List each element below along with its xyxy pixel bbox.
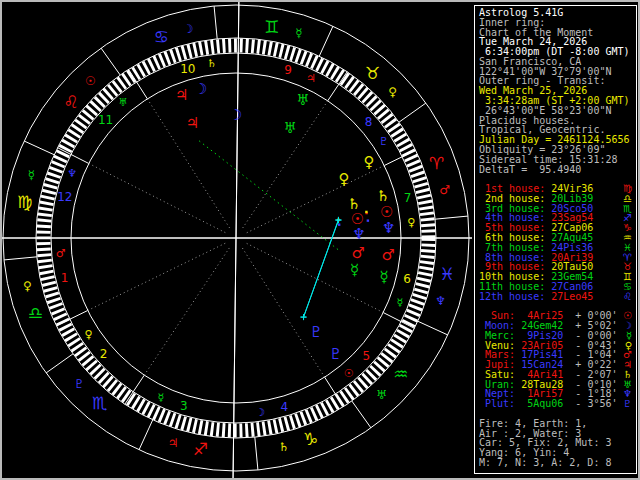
- house-ruler-glyph-11: ♅: [118, 96, 128, 109]
- outer-planet-degree-dot-saturn: [365, 211, 367, 213]
- sign-ruler-glyph-capricorn: ♄: [278, 440, 289, 454]
- inner-planet-glyph-saturn: ♄: [347, 195, 360, 213]
- outer-planet-glyph-mars: ♂: [381, 246, 394, 264]
- outer-planet-glyph-uranus: ♅: [296, 91, 309, 109]
- sign-boundary: [46, 354, 73, 373]
- house-number-10: 10: [180, 62, 195, 76]
- sign-ruler-glyph-virgo: ☿: [28, 168, 35, 182]
- sign-boundary: [4, 257, 37, 260]
- house-cusp-dotted: [88, 243, 225, 310]
- sign-glyph-cancer: ♋: [154, 27, 169, 47]
- panel-row: 12th house: 27Leo45♌: [479, 292, 633, 302]
- info-panel-rows: Astrolog 5.41GInner ring:Chart of the Mo…: [479, 8, 633, 468]
- inner-planet-glyph-uranus: ♅: [283, 119, 296, 137]
- sign-boundary: [214, 6, 217, 39]
- sign-boundary: [139, 420, 153, 450]
- house-number-4: 4: [280, 400, 288, 414]
- house-number-5: 5: [363, 349, 371, 363]
- inner-planet-glyph-pluto: ♇: [309, 323, 322, 341]
- house-ruler-glyph-2: ♀: [85, 328, 93, 341]
- axis-cusp-line: [233, 0, 239, 480]
- sign-glyph-capricorn: ♑: [303, 429, 318, 449]
- chart-wheel: ♈♂♉♀♊☿♋☽♌☉♍☿♎♀♏♇♐♃♑♄♒♅♓♆1♂2♀3☿4☽5☉6☿7♀8♇…: [0, 0, 472, 480]
- sign-boundary: [418, 321, 448, 335]
- panel-row: Plut: 5Aqu06 - 3°56'♇: [479, 399, 633, 409]
- house-cusp-dotted: [144, 248, 229, 375]
- sign-boundary: [399, 103, 426, 122]
- panel-glyph: ♌: [623, 292, 633, 302]
- sign-ruler-glyph-cancer: ☽: [183, 22, 194, 36]
- house-cusp-segment: [125, 375, 144, 404]
- sign-ruler-glyph-leo: ☉: [85, 74, 96, 88]
- house-cusp-dotted: [242, 248, 324, 377]
- sign-boundary: [352, 401, 371, 428]
- panel-text: 5Aqu06: [521, 398, 563, 409]
- sign-ruler-glyph-libra: ♀: [23, 279, 32, 293]
- panel-row: DeltaT = 95.4940: [479, 165, 633, 175]
- sign-glyph-aquarius: ♒: [393, 364, 408, 384]
- outer-planet-glyph-moon: ☽: [194, 80, 207, 98]
- sign-ruler-glyph-pisces: ♆: [435, 294, 446, 308]
- house-number-11: 11: [98, 113, 113, 127]
- outer-planet-glyph-saturn: ♄: [376, 187, 389, 205]
- aspect-line-sun-pluto: [304, 220, 339, 317]
- sign-glyph-leo: ♌: [63, 92, 78, 112]
- sign-boundary: [435, 216, 468, 219]
- inner-planet-glyph-venus: ♀: [339, 170, 350, 188]
- house-number-12: 12: [57, 190, 72, 204]
- house-ruler-glyph-5: ☉: [344, 367, 354, 380]
- house-cusp-segment: [328, 72, 347, 101]
- panel-text: 27Leo45: [551, 291, 593, 302]
- sign-glyph-libra: ♎: [28, 303, 43, 323]
- panel-glyph: ♇: [623, 399, 633, 409]
- sign-glyph-virgo: ♍: [17, 192, 32, 212]
- house-cusp-dotted: [89, 163, 226, 232]
- house-ruler-glyph-6: ☿: [396, 296, 403, 309]
- outer-planet-glyph-neptune: ♆: [382, 219, 395, 237]
- aspect-line-jupiter-mars: [199, 141, 339, 251]
- sign-ruler-glyph-scorpio: ♇: [74, 377, 85, 391]
- outer-planet-glyph-mercury: ☿: [379, 268, 388, 286]
- sign-ruler-glyph-aries: ♂: [439, 183, 450, 197]
- house-ruler-glyph-9: ♃: [306, 72, 316, 85]
- inner-planet-glyph-jupiter: ♃: [186, 114, 199, 132]
- outer-planet-glyph-venus: ♀: [363, 153, 374, 171]
- outer-planet-glyph-pluto: ♇: [329, 345, 342, 363]
- house-number-2: 2: [100, 347, 108, 361]
- sign-boundary: [101, 48, 120, 75]
- astrolog-window: ♈♂♉♀♊☿♋☽♌☉♍☿♎♀♏♇♐♃♑♄♒♅♓♆1♂2♀3☿4☽5☉6☿7♀8♇…: [0, 0, 640, 480]
- house-ruler-glyph-3: ☿: [158, 391, 165, 404]
- inner-planet-glyph-moon: ☽: [229, 106, 242, 124]
- house-ruler-glyph-1: ♂: [56, 247, 66, 260]
- house-number-1: 1: [61, 271, 69, 285]
- inner-planet-glyph-mars: ♂: [351, 244, 364, 262]
- panel-text: M: 7, N: 3, A: 2, D: 8: [479, 457, 611, 468]
- sign-glyph-taurus: ♉: [365, 63, 380, 83]
- sign-ruler-glyph-taurus: ♀: [388, 85, 397, 99]
- house-number-8: 8: [365, 115, 373, 129]
- inner-planet-degree-dot-neptune: [338, 223, 340, 225]
- sign-ruler-glyph-gemini: ☿: [295, 26, 302, 40]
- house-number-3: 3: [180, 399, 188, 413]
- sign-glyph-aries: ♈: [429, 153, 444, 173]
- house-number-7: 7: [404, 191, 412, 205]
- sign-boundary: [24, 141, 54, 155]
- panel-text: 12th house:: [479, 291, 551, 302]
- outer-planet-degree-dot-neptune: [367, 219, 369, 221]
- panel-text: - 3°56': [563, 398, 617, 409]
- sign-boundary: [319, 26, 333, 56]
- house-ruler-glyph-4: ☽: [255, 406, 265, 419]
- inner-planet-glyph-neptune: ♆: [352, 225, 365, 243]
- sign-boundary: [255, 437, 258, 470]
- outer-planet-glyph-jupiter: ♃: [175, 86, 188, 104]
- outer-planet-glyph-sun: ☉: [380, 203, 393, 221]
- sign-ruler-glyph-aquarius: ♅: [376, 388, 387, 402]
- sign-ruler-glyph-sagittarius: ♃: [168, 436, 179, 450]
- sign-glyph-sagittarius: ♐: [193, 439, 208, 459]
- info-panel: Astrolog 5.41GInner ring:Chart of the Mo…: [472, 0, 640, 480]
- house-number-9: 9: [284, 63, 292, 77]
- sign-glyph-scorpio: ♏: [92, 393, 107, 413]
- panel-text: DeltaT = 95.4940: [479, 164, 581, 175]
- house-ruler-glyph-7: ♀: [407, 216, 415, 229]
- house-ruler-glyph-8: ♇: [378, 135, 388, 148]
